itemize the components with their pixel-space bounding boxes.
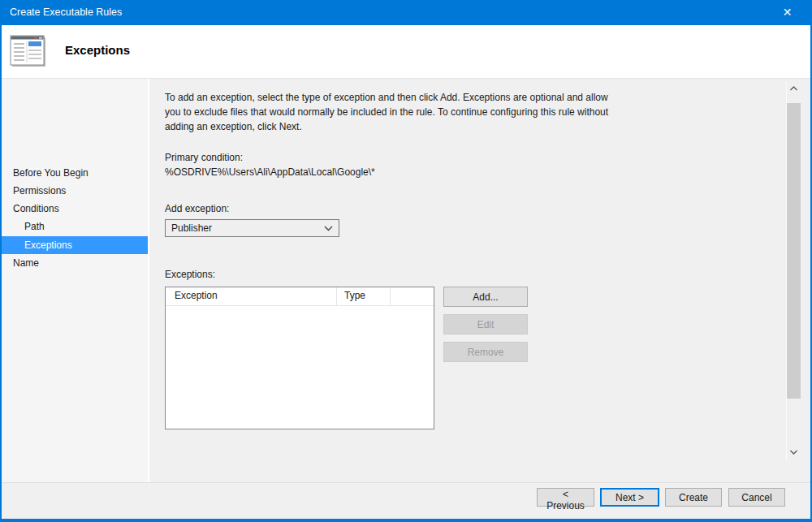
- column-header-exception[interactable]: Exception: [175, 287, 218, 304]
- create-executable-rules-dialog: Create Executable Rules ✕ Exceptions Bef…: [0, 0, 812, 522]
- chevron-up-icon: [790, 86, 797, 91]
- exception-type-select[interactable]: Publisher: [165, 219, 339, 237]
- add-button[interactable]: Add...: [443, 287, 528, 307]
- sidebar-item-name[interactable]: Name: [2, 254, 148, 272]
- exceptions-label: Exceptions:: [165, 269, 215, 280]
- page-title: Exceptions: [65, 43, 130, 57]
- primary-condition-label: Primary condition:: [165, 152, 243, 163]
- add-exception-label: Add exception:: [165, 203, 229, 214]
- scrollbar-thumb[interactable]: [787, 103, 801, 399]
- sidebar-item-path[interactable]: Path: [2, 218, 148, 235]
- exceptions-list[interactable]: Exception Type: [165, 287, 434, 429]
- exception-type-selected-value: Publisher: [171, 220, 212, 236]
- column-divider[interactable]: [390, 287, 391, 305]
- scroll-down-button[interactable]: [787, 445, 801, 461]
- previous-button[interactable]: < Previous: [537, 488, 594, 507]
- remove-button[interactable]: Remove: [443, 342, 528, 362]
- next-button[interactable]: Next >: [600, 488, 659, 507]
- exceptions-list-header: Exception Type: [166, 287, 434, 306]
- cancel-button[interactable]: Cancel: [728, 488, 785, 507]
- window-title: Create Executable Rules: [10, 0, 122, 25]
- wizard-header: Exceptions: [2, 25, 810, 79]
- sidebar-item-conditions[interactable]: Conditions: [2, 200, 148, 218]
- vertical-scrollbar[interactable]: [786, 81, 801, 461]
- chevron-down-icon: [790, 450, 797, 455]
- wizard-steps-sidebar: Before You Begin Permissions Conditions …: [2, 79, 148, 482]
- scroll-up-button[interactable]: [787, 81, 801, 97]
- sidebar-item-before-you-begin[interactable]: Before You Begin: [2, 164, 148, 182]
- intro-text: To add an exception, select the type of …: [165, 90, 610, 134]
- sidebar-item-permissions[interactable]: Permissions: [2, 182, 148, 200]
- close-icon: ✕: [783, 6, 793, 19]
- column-divider[interactable]: [336, 287, 337, 305]
- wizard-page-icon: [10, 33, 47, 69]
- sidebar-item-exceptions[interactable]: Exceptions: [2, 236, 148, 254]
- chevron-down-icon: [324, 226, 333, 231]
- titlebar: Create Executable Rules ✕: [0, 0, 812, 25]
- close-button[interactable]: ✕: [769, 0, 806, 25]
- column-header-type[interactable]: Type: [344, 287, 365, 304]
- create-button[interactable]: Create: [665, 488, 722, 507]
- primary-condition-value: %OSDRIVE%\Users\Ali\AppData\Local\Google…: [165, 166, 375, 178]
- command-bar: < Previous Next > Create Cancel: [2, 482, 810, 519]
- edit-button[interactable]: Edit: [443, 314, 528, 334]
